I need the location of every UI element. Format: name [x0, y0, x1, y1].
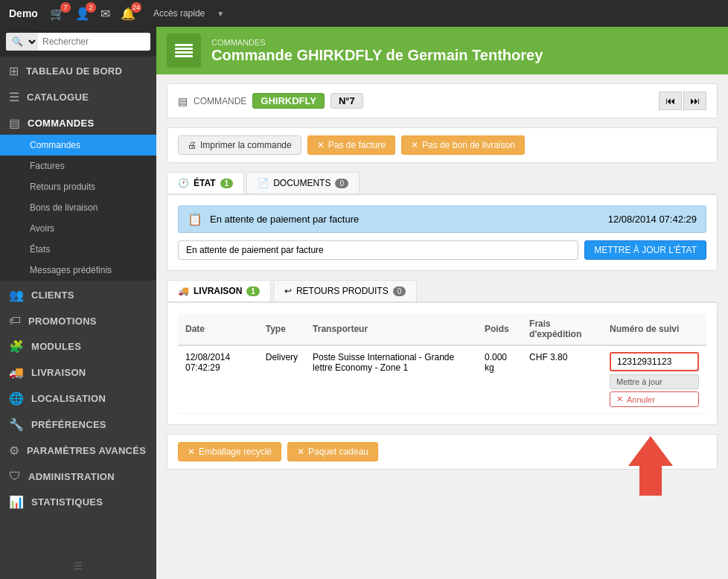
delivery-table-wrap: Date Type Transporteur Poids Frais d'exp… [178, 313, 706, 414]
row-cost: CHF 3.80 [522, 345, 602, 414]
sidebar-item-promotions[interactable]: 🏷 PROMOTIONS [0, 307, 156, 332]
sidebar: 🔍 ⊞ TABLEAU DE BORD ☰ CATALOGUE ▤ COMMAN… [0, 27, 156, 579]
parametres-icon: ⚙ [9, 444, 19, 458]
cart-icon[interactable]: 🛒 7 [50, 7, 65, 21]
tab-docs-label: DOCUMENTS [273, 178, 331, 188]
sidebar-item-statistiques[interactable]: 📊 STATISTIQUES [0, 487, 156, 514]
command-bar-left: ▤ COMMANDE GHIRKDFLY N°7 [178, 93, 363, 109]
times-icon-recycled: ✕ [188, 447, 195, 457]
submenu-messages[interactable]: Messages prédéfinis [0, 260, 156, 281]
update-tracking-button[interactable]: Mettre à jour [610, 374, 699, 389]
row-tracking: Mettre à jour ✕ Annuler [602, 345, 706, 414]
sidebar-item-preferences[interactable]: 🔧 PRÉFÉRENCES [0, 410, 156, 436]
sidebar-item-label-promotions: PROMOTIONS [28, 316, 97, 327]
tab-livraison-label: LIVRAISON [194, 286, 242, 296]
delivery-table: Date Type Transporteur Poids Frais d'exp… [178, 313, 706, 414]
sidebar-item-label-preferences: PRÉFÉRENCES [31, 419, 106, 430]
sidebar-item-localisation[interactable]: 🌐 LOCALISATION [0, 384, 156, 410]
state-section-wrapper: 🕐 ÉTAT 1 📄 DOCUMENTS 0 📋 En attent [167, 172, 718, 271]
search-input[interactable] [38, 33, 150, 50]
update-state-button[interactable]: METTRE À JOUR L'ÉTAT [584, 240, 706, 260]
tracking-input[interactable] [610, 352, 699, 371]
tab-livraison[interactable]: 🚚 LIVRAISON 1 [167, 280, 271, 301]
gift-button[interactable]: ✕ Paquet cadeau [287, 442, 378, 461]
page-content: ▤ COMMANDE GHIRKDFLY N°7 ⏮ ⏭ 🖨 Imprimer … [156, 74, 728, 579]
recycled-button[interactable]: ✕ Emballage recyclé [178, 442, 281, 461]
tab-retours[interactable]: ↩ RETOURS PRODUITS 0 [273, 280, 417, 301]
update-state-row: METTRE À JOUR L'ÉTAT [178, 240, 706, 260]
localisation-icon: 🌐 [9, 391, 24, 406]
sidebar-item-commandes[interactable]: ▤ COMMANDES [0, 109, 156, 135]
sidebar-item-label-administration: ADMINISTRATION [28, 471, 115, 482]
promotions-icon: 🏷 [9, 314, 21, 327]
sidebar-item-catalogue[interactable]: ☰ CATALOGUE [0, 83, 156, 109]
tab-etat[interactable]: 🕐 ÉTAT 1 [167, 172, 244, 193]
svg-rect-3 [175, 55, 193, 57]
commande-label: COMMANDE [194, 96, 246, 106]
row-type: Delivery [258, 345, 305, 414]
submenu-retours[interactable]: Retours produits [0, 176, 156, 197]
submenu-commandes[interactable]: Commandes [0, 135, 156, 156]
commandes-submenu: Commandes Factures Retours produits Bons… [0, 135, 156, 281]
livraison-sidebar-icon: 🚚 [9, 365, 24, 380]
sidebar-item-administration[interactable]: 🛡 ADMINISTRATION [0, 462, 156, 487]
sidebar-item-label-localisation: LOCALISATION [31, 393, 106, 404]
sidebar-item-clients[interactable]: 👥 CLIENTS [0, 281, 156, 307]
svg-rect-2 [175, 51, 193, 54]
sidebar-item-livraison[interactable]: 🚚 LIVRAISON [0, 358, 156, 384]
cancel-tracking-button[interactable]: ✕ Annuler [610, 391, 699, 407]
submenu-bons[interactable]: Bons de livraison [0, 197, 156, 218]
nav-icons: 🛒 7 👤 2 ✉ 🔔 24 [50, 7, 135, 21]
breadcrumb-section: COMMANDES [211, 38, 543, 47]
nav-first-button[interactable]: ⏮ [659, 92, 682, 110]
row-date: 12/08/2014 07:42:29 [178, 345, 258, 414]
preferences-icon: 🔧 [9, 418, 24, 432]
status-row-left: 📋 En attente de paiement par facture [188, 212, 359, 226]
livraison-card: Date Type Transporteur Poids Frais d'exp… [167, 302, 718, 425]
sidebar-item-label-clients: CLIENTS [31, 290, 74, 301]
no-invoice-button[interactable]: ✕ Pas de facture [307, 135, 395, 155]
clients-icon: 👥 [9, 288, 24, 302]
access-rapide-menu[interactable]: Accès rapide [153, 8, 205, 19]
tab-etat-label: ÉTAT [194, 178, 216, 188]
main-layout: 🔍 ⊞ TABLEAU DE BORD ☰ CATALOGUE ▤ COMMAN… [0, 27, 728, 579]
sidebar-item-label-tableau: TABLEAU DE BORD [26, 65, 122, 77]
breadcrumb-icon [167, 33, 201, 68]
times-icon-cancel: ✕ [616, 394, 623, 404]
submenu-factures[interactable]: Factures [0, 156, 156, 176]
catalogue-icon: ☰ [9, 90, 19, 104]
users-badge: 2 [86, 2, 96, 13]
table-header-row: Date Type Transporteur Poids Frais d'exp… [178, 313, 706, 345]
sidebar-item-tableau[interactable]: ⊞ TABLEAU DE BORD [0, 57, 156, 83]
sidebar-item-label-commandes: COMMANDES [28, 118, 94, 129]
submenu-avoirs[interactable]: Avoirs [0, 218, 156, 239]
users-icon[interactable]: 👤 2 [75, 7, 90, 21]
sidebar-item-modules[interactable]: 🧩 MODULES [0, 332, 156, 358]
print-icon: 🖨 [188, 140, 197, 150]
tab-documents[interactable]: 📄 DOCUMENTS 0 [246, 172, 360, 193]
access-rapide-chevron[interactable]: ▼ [217, 10, 224, 18]
sidebar-item-label-modules: MODULES [31, 341, 81, 352]
mail-icon[interactable]: ✉ [100, 7, 110, 21]
notifications-icon[interactable]: 🔔 24 [121, 7, 135, 21]
tracking-actions: Mettre à jour ✕ Annuler [610, 374, 699, 407]
times-icon-delivery: ✕ [411, 140, 418, 150]
no-delivery-button[interactable]: ✕ Pas de bon de livraison [401, 135, 525, 155]
content-area: COMMANDES Commande GHIRKDFLY de Germain … [156, 27, 728, 579]
nav-next-button[interactable]: ⏭ [683, 92, 706, 110]
search-type-select[interactable]: 🔍 [6, 33, 38, 51]
sidebar-hamburger[interactable]: ☰ [0, 553, 156, 579]
modules-icon: 🧩 [9, 339, 24, 354]
table-row: 12/08/2014 07:42:29 Delivery Poste Suiss… [178, 345, 706, 414]
sidebar-item-parametres[interactable]: ⚙ PARAMÈTRES AVANCÉS [0, 436, 156, 462]
col-tracking: Numéro de suivi [602, 313, 706, 345]
print-button[interactable]: 🖨 Imprimer la commande [178, 135, 301, 155]
livraison-tab-bar: 🚚 LIVRAISON 1 ↩ RETOURS PRODUITS 0 [167, 280, 718, 302]
notifications-badge: 24 [131, 2, 141, 13]
status-row: 📋 En attente de paiement par facture 12/… [178, 205, 706, 233]
administration-icon: 🛡 [9, 470, 21, 483]
state-input[interactable] [178, 240, 578, 260]
submenu-etats[interactable]: États [0, 239, 156, 260]
status-icon: 📋 [188, 212, 202, 226]
col-carrier: Transporteur [305, 313, 477, 345]
